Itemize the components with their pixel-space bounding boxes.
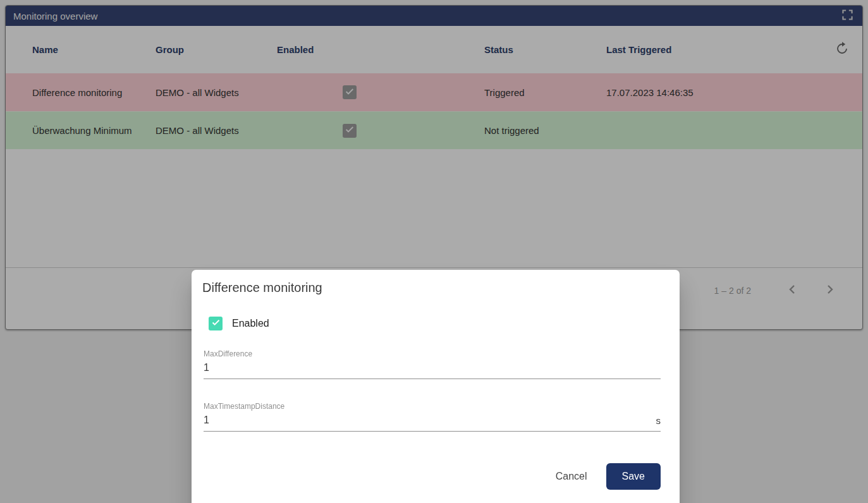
max-difference-field: MaxDifference 1 xyxy=(204,349,661,379)
dialog-actions: Cancel Save xyxy=(192,463,680,490)
max-difference-value: 1 xyxy=(204,362,661,373)
enabled-checkbox-row: Enabled xyxy=(209,317,680,330)
max-timestamp-distance-field: MaxTimestampDistance 1 s xyxy=(204,402,661,432)
max-difference-input[interactable]: 1 xyxy=(204,362,661,379)
enabled-checkbox-label: Enabled xyxy=(232,318,269,329)
dialog-title: Difference monitoring xyxy=(202,279,680,296)
max-difference-label: MaxDifference xyxy=(204,349,661,358)
enabled-checkbox[interactable] xyxy=(209,317,223,330)
difference-monitoring-dialog: Difference monitoring Enabled MaxDiffere… xyxy=(192,270,680,503)
save-button[interactable]: Save xyxy=(606,463,661,490)
max-timestamp-distance-label: MaxTimestampDistance xyxy=(204,402,661,411)
checkmark-icon xyxy=(211,318,221,330)
max-timestamp-distance-input[interactable]: 1 s xyxy=(204,415,661,432)
max-timestamp-distance-suffix: s xyxy=(656,415,661,426)
max-timestamp-distance-value: 1 xyxy=(204,415,656,426)
cancel-button[interactable]: Cancel xyxy=(548,464,595,488)
